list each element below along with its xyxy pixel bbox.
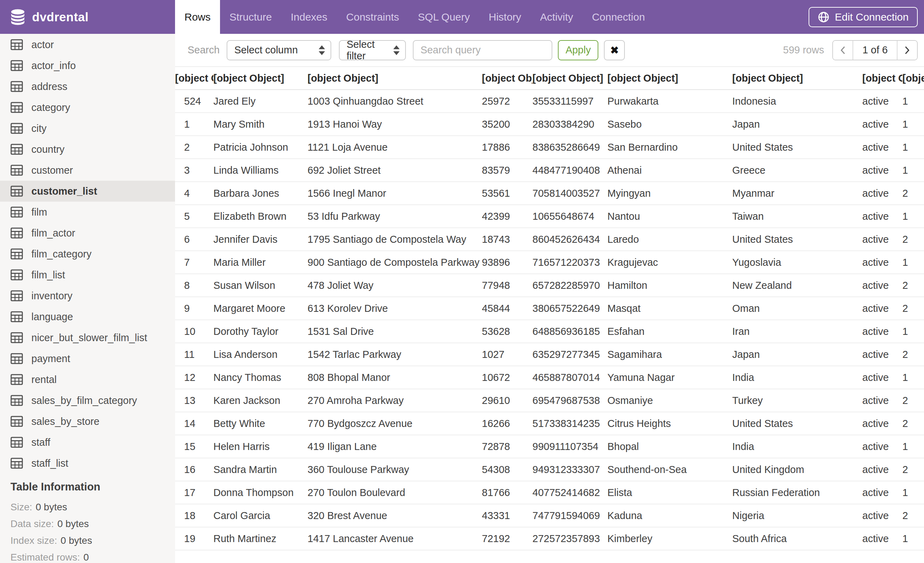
cell-sid[interactable]: 1 [902,435,924,458]
cell-notes[interactable]: active [862,412,902,435]
cell-name[interactable]: Susan Wilson [213,274,308,297]
cell-sid[interactable]: 1 [902,136,924,159]
cell-id[interactable]: 5 [175,205,213,228]
cell-name[interactable]: Elizabeth Brown [213,205,308,228]
tab[interactable]: History [479,0,531,34]
cell-country[interactable]: South Africa [732,527,862,550]
cell-name[interactable]: Ruth Martinez [213,527,308,550]
cell-city[interactable]: Sagamihara [608,343,732,366]
sidebar-table-item[interactable]: film_actor [0,222,175,243]
cell-name[interactable]: Lisa Anderson [213,343,308,366]
sidebar-table-item[interactable]: staff [0,432,175,453]
cell-sid[interactable]: 2 [902,297,924,320]
cell-sid[interactable]: 2 [902,504,924,527]
cell-id[interactable]: 10 [175,320,213,343]
cell-zip-code[interactable]: 1027 [482,343,532,366]
sidebar-table-item[interactable]: customer [0,160,175,181]
cell-sid[interactable]: 1 [902,90,924,113]
cell-id[interactable]: 19 [175,527,213,550]
cell-sid[interactable]: 2 [902,412,924,435]
tab[interactable]: Rows [175,0,220,34]
cell-country[interactable]: Iran [732,320,862,343]
sidebar-table-item[interactable]: customer_list [0,181,175,202]
cell-address[interactable]: 900 Santiago de Compostela Parkway [308,251,482,274]
cell-phone[interactable]: 695479687538 [532,389,608,412]
cell-address[interactable]: 270 Amroha Parkway [308,389,482,412]
cell-zip-code[interactable]: 29610 [482,389,532,412]
cell-city[interactable]: Athenai [608,159,732,182]
cell-phone[interactable]: 990911107354 [532,435,608,458]
cell-name[interactable]: Jared Ely [213,90,308,113]
cell-sid[interactable]: 2 [902,274,924,297]
cell-country[interactable]: Japan [732,343,862,366]
clear-filter-button[interactable]: ✖ [604,40,625,60]
tab[interactable]: Constraints [337,0,409,34]
cell-id[interactable]: 524 [175,90,213,113]
cell-zip-code[interactable]: 10672 [482,366,532,389]
previous-page-button[interactable] [833,41,853,60]
cell-city[interactable]: Bhopal [608,435,732,458]
cell-country[interactable]: Indonesia [732,90,862,113]
cell-name[interactable]: Margaret Moore [213,297,308,320]
cell-address[interactable]: 770 Bydgoszcz Avenue [308,412,482,435]
sidebar-table-item[interactable]: sales_by_film_category [0,390,175,411]
cell-phone[interactable]: 716571220373 [532,251,608,274]
cell-city[interactable]: Kimberley [608,527,732,550]
cell-address[interactable]: 320 Brest Avenue [308,504,482,527]
tab[interactable]: Structure [220,0,281,34]
cell-notes[interactable]: active [862,136,902,159]
cell-sid[interactable]: 1 [902,251,924,274]
cell-city[interactable]: Sasebo [608,113,732,136]
cell-notes[interactable]: active [862,205,902,228]
cell-country[interactable]: United States [732,228,862,251]
cell-notes[interactable]: active [862,274,902,297]
cell-country[interactable]: Yugoslavia [732,251,862,274]
cell-address[interactable]: 613 Korolev Drive [308,297,482,320]
cell-country[interactable]: Turkey [732,389,862,412]
cell-name[interactable]: Jennifer Davis [213,228,308,251]
cell-phone[interactable]: 860452626434 [532,228,608,251]
cell-address[interactable]: 53 Idfu Parkway [308,205,482,228]
cell-country[interactable]: India [732,435,862,458]
cell-name[interactable]: Betty White [213,412,308,435]
cell-country[interactable]: Myanmar [732,182,862,205]
cell-name[interactable]: Linda Williams [213,159,308,182]
sidebar-table-item[interactable]: film_category [0,243,175,264]
cell-address[interactable]: 1121 Loja Avenue [308,136,482,159]
cell-notes[interactable]: active [862,159,902,182]
cell-name[interactable]: Mary Smith [213,113,308,136]
cell-zip-code[interactable]: 45844 [482,297,532,320]
cell-country[interactable]: Oman [732,297,862,320]
cell-phone[interactable]: 272572357893 [532,527,608,550]
cell-name[interactable]: Dorothy Taylor [213,320,308,343]
cell-notes[interactable]: active [862,228,902,251]
cell-address[interactable]: 419 Iligan Lane [308,435,482,458]
cell-address[interactable]: 692 Joliet Street [308,159,482,182]
cell-city[interactable]: San Bernardino [608,136,732,159]
cell-id[interactable]: 12 [175,366,213,389]
cell-country[interactable]: New Zealand [732,274,862,297]
cell-address[interactable]: 1003 Qinhuangdao Street [308,90,482,113]
search-query-input[interactable] [413,40,552,60]
cell-notes[interactable]: active [862,504,902,527]
tab[interactable]: Activity [531,0,583,34]
cell-name[interactable]: Helen Harris [213,435,308,458]
cell-country[interactable]: Russian Federation [732,481,862,504]
cell-zip-code[interactable]: 81766 [482,481,532,504]
cell-name[interactable]: Carol Garcia [213,504,308,527]
cell-notes[interactable]: active [862,251,902,274]
sidebar-table-item[interactable]: sales_by_store [0,411,175,432]
sidebar-table-item[interactable]: language [0,306,175,327]
column-select[interactable]: Select column [226,40,331,60]
cell-country[interactable]: United States [732,412,862,435]
cell-sid[interactable]: 2 [902,182,924,205]
cell-zip-code[interactable]: 42399 [482,205,532,228]
cell-zip-code[interactable]: 53561 [482,182,532,205]
cell-zip-code[interactable]: 18743 [482,228,532,251]
cell-zip-code[interactable]: 25972 [482,90,532,113]
cell-phone[interactable]: 448477190408 [532,159,608,182]
sidebar-table-item[interactable]: staff_list [0,453,175,474]
filter-select[interactable]: Select filter [339,40,406,60]
cell-sid[interactable]: 1 [902,159,924,182]
cell-address[interactable]: 1531 Sal Drive [308,320,482,343]
